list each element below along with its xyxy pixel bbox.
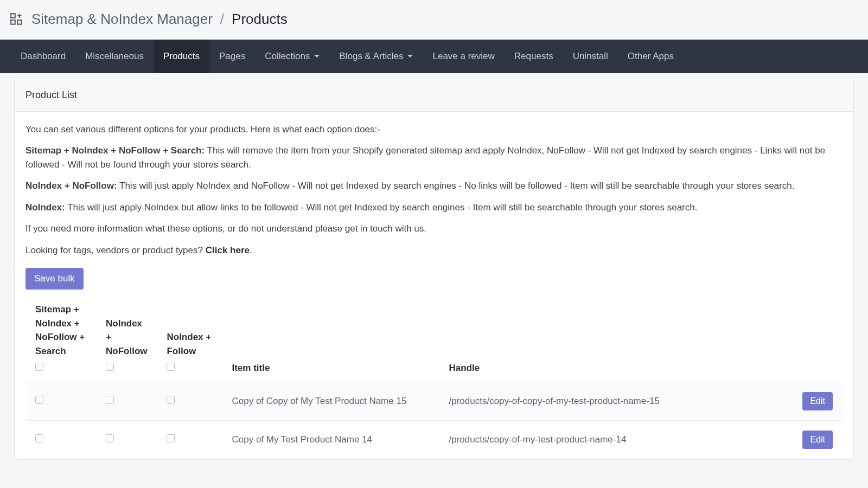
tags-link-line: Looking for tags, vendors or product typ…: [25, 243, 843, 258]
product-table: Sitemap + NoIndex + NoFollow + Search No…: [25, 296, 843, 459]
cell-item-title: Copy of Copy of My Test Product Name 15: [222, 382, 439, 420]
intro-text: You can set various different options fo…: [25, 123, 843, 137]
panel-header: Product List: [15, 79, 853, 112]
nav-item-blogs-articles[interactable]: Blogs & Articles: [329, 40, 423, 73]
table-row: Copy of My Test Product Name 14/products…: [25, 420, 843, 459]
nav-item-label: Uninstall: [573, 49, 608, 63]
app-grid-icon: [10, 12, 24, 27]
nav-item-requests[interactable]: Requests: [505, 40, 563, 73]
row-checkbox-col1[interactable]: [35, 434, 43, 442]
svg-rect-1: [11, 20, 15, 24]
edit-button[interactable]: Edit: [802, 431, 833, 449]
th-col-sitemap: Sitemap + NoIndex + NoFollow + Search: [25, 296, 96, 382]
chevron-down-icon: [407, 55, 413, 57]
row-checkbox-col1[interactable]: [35, 396, 43, 404]
nav-item-label: Collections: [265, 49, 310, 63]
option-1-desc: Sitemap + NoIndex + NoFollow + Search: T…: [25, 144, 843, 171]
th-handle: Handle: [439, 296, 793, 382]
navbar: DashboardMiscellaneousProductsPagesColle…: [0, 40, 868, 73]
nav-item-label: Blogs & Articles: [339, 49, 403, 63]
row-checkbox-col2[interactable]: [106, 396, 114, 404]
panel-product-list: Product List You can set various differe…: [14, 79, 854, 460]
svg-rect-2: [17, 20, 22, 24]
breadcrumb-current: Products: [232, 9, 288, 30]
nav-item-label: Dashboard: [21, 49, 66, 63]
table-row: Copy of Copy of My Test Product Name 15/…: [25, 382, 843, 420]
select-all-col3[interactable]: [167, 363, 175, 371]
save-bulk-button[interactable]: Save bulk: [25, 268, 84, 290]
breadcrumb-sep: /: [220, 9, 224, 30]
select-all-col1[interactable]: [35, 363, 43, 371]
th-edit: [793, 296, 843, 382]
more-info-text: If you need more information what these …: [25, 222, 843, 236]
nav-item-label: Requests: [514, 49, 553, 63]
row-checkbox-col3[interactable]: [167, 434, 175, 442]
nav-item-products[interactable]: Products: [154, 40, 209, 73]
nav-item-other-apps[interactable]: Other Apps: [618, 40, 684, 73]
cell-handle: /products/copy-of-my-test-product-name-1…: [439, 420, 793, 459]
edit-button[interactable]: Edit: [802, 392, 833, 410]
chevron-down-icon: [314, 55, 320, 57]
topbar: Sitemap & NoIndex Manager / Products: [0, 0, 868, 40]
th-col-noindex-follow: NoIndex + Follow: [157, 296, 222, 382]
nav-item-label: Products: [163, 49, 200, 63]
row-checkbox-col3[interactable]: [167, 396, 175, 404]
svg-rect-0: [11, 14, 15, 18]
breadcrumb-root[interactable]: Sitemap & NoIndex Manager: [31, 9, 213, 30]
cell-item-title: Copy of My Test Product Name 14: [222, 420, 439, 459]
cell-handle: /products/copy-of-copy-of-my-test-produc…: [439, 382, 793, 420]
nav-item-miscellaneous[interactable]: Miscellaneous: [75, 40, 154, 73]
nav-item-label: Pages: [219, 49, 245, 63]
nav-item-uninstall[interactable]: Uninstall: [563, 40, 618, 73]
select-all-col2[interactable]: [106, 363, 114, 371]
nav-item-collections[interactable]: Collections: [255, 40, 329, 73]
click-here-link[interactable]: Click here: [206, 245, 250, 255]
th-item-title: Item title: [222, 296, 439, 382]
nav-item-pages[interactable]: Pages: [209, 40, 255, 73]
row-checkbox-col2[interactable]: [106, 434, 114, 442]
option-2-desc: NoIndex + NoFollow: This will just apply…: [25, 179, 843, 193]
th-col-noindex-nofollow: NoIndex + NoFollow: [96, 296, 157, 382]
breadcrumb: Sitemap & NoIndex Manager / Products: [31, 9, 288, 30]
nav-item-leave-a-review[interactable]: Leave a review: [423, 40, 504, 73]
nav-item-label: Miscellaneous: [85, 49, 144, 63]
nav-item-label: Other Apps: [628, 49, 674, 63]
nav-item-dashboard[interactable]: Dashboard: [11, 40, 75, 73]
nav-item-label: Leave a review: [432, 49, 494, 63]
option-3-desc: NoIndex: This will just apply NoIndex bu…: [25, 201, 843, 215]
